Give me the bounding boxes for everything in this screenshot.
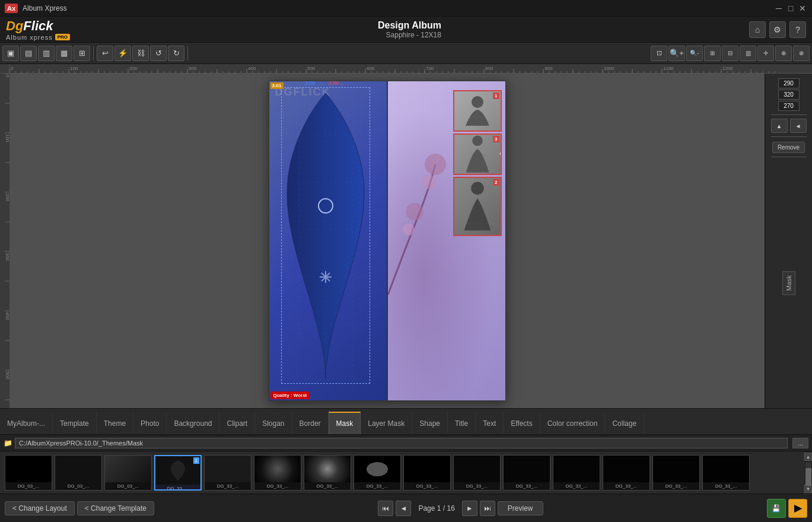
tab-mask[interactable]: Mask xyxy=(329,412,361,434)
mask-item-8[interactable]: DG_33_... xyxy=(403,455,451,491)
tab-photo[interactable]: Photo xyxy=(133,412,167,434)
mask-item-13[interactable]: DG_33_... xyxy=(652,455,700,491)
tab-border[interactable]: Border xyxy=(292,412,329,434)
grid-toggle[interactable]: ⊟ xyxy=(722,46,738,61)
next-page-button[interactable]: ► xyxy=(462,501,477,516)
close-button[interactable]: ✕ xyxy=(798,4,807,13)
fit-button[interactable]: ⊡ xyxy=(651,46,667,61)
help-button[interactable]: ? xyxy=(789,21,806,38)
tab-clipart[interactable]: Clipart xyxy=(219,412,255,434)
header-actions: ⌂ ⚙ ? xyxy=(749,21,806,38)
scroll-down-button[interactable]: ▼ xyxy=(804,485,813,493)
scroll-thumb[interactable] xyxy=(805,468,811,486)
preview-button[interactable]: Preview xyxy=(498,501,543,515)
photo-tool[interactable]: ▥ xyxy=(38,46,55,61)
change-layout-button[interactable]: < Change Layout xyxy=(5,501,75,515)
action-arrows: ▲ ◄ xyxy=(771,119,807,133)
move-tool[interactable]: ✛ xyxy=(757,46,774,61)
tab-collage[interactable]: Collage xyxy=(605,412,644,434)
mask-vertical-label[interactable]: Mask xyxy=(782,271,795,295)
maximize-button[interactable]: □ xyxy=(786,4,795,13)
toolbar-separator-1 xyxy=(93,46,94,61)
mask-item-10[interactable]: DG_33_... xyxy=(503,455,550,491)
tab-effects[interactable]: Effects xyxy=(504,412,540,434)
sidebar-separator-3 xyxy=(771,157,807,157)
rotation-value-1: 290 xyxy=(778,78,800,88)
select-tool[interactable]: ▣ xyxy=(2,46,19,61)
mask-item-11[interactable]: DG_33_... xyxy=(553,455,600,491)
undo-action[interactable]: ↺ xyxy=(150,46,167,61)
mask-thumb-9 xyxy=(454,456,500,482)
mask-item-6[interactable]: DG_33_... xyxy=(304,455,351,491)
tab-colorcorrection[interactable]: Color correction xyxy=(540,412,606,434)
canvas-viewport[interactable]: DGFLICK xyxy=(9,74,765,408)
next-button[interactable]: ▶ xyxy=(788,499,807,518)
first-page-button[interactable]: ⏮ xyxy=(378,501,393,516)
undo-button[interactable]: ↩ xyxy=(97,46,113,61)
mask-label-13: DG_33_... xyxy=(653,482,699,490)
page-controls: ⏮ ◄ Page 1 / 16 ► ⏭ Preview xyxy=(378,501,543,516)
page-number-badge: 3:01 xyxy=(270,82,284,89)
extra-tool[interactable]: ⊕ xyxy=(793,46,810,61)
home-button[interactable]: ⌂ xyxy=(749,21,766,38)
mask-thumb-0 xyxy=(5,456,52,482)
view-toggle[interactable]: ▥ xyxy=(740,46,756,61)
link-button[interactable]: ⛓ xyxy=(132,46,149,61)
tab-theme[interactable]: Theme xyxy=(97,412,133,434)
mask-item-0[interactable]: DG_03_... xyxy=(5,455,52,491)
redo-action[interactable]: ↻ xyxy=(168,46,184,61)
h-ruler-canvas xyxy=(9,64,781,73)
mask-item-4[interactable]: DG_33_... xyxy=(204,455,251,491)
nav-left-buttons: < Change Layout < Change Template xyxy=(5,501,154,515)
mask-thumb-6 xyxy=(304,456,351,482)
mask-item-14[interactable]: DG_33_... xyxy=(702,455,750,491)
tab-myalbum[interactable]: MyAlbum-... xyxy=(0,412,53,434)
grid-tool[interactable]: ⊞ xyxy=(74,46,90,61)
tab-shape[interactable]: Shape xyxy=(412,412,448,434)
mask-item-7[interactable]: DG_33_... xyxy=(354,455,401,491)
last-page-button[interactable]: ⏭ xyxy=(480,501,495,516)
prev-page-button[interactable]: ◄ xyxy=(396,501,411,516)
mask-thumb-10 xyxy=(504,456,550,482)
mask-path-input[interactable]: C:/AlbumXpressPROi-10.0/_Themes/Mask xyxy=(15,438,788,448)
mask-item-2[interactable]: DG_03_... xyxy=(104,455,152,491)
layout-tool[interactable]: ▦ xyxy=(56,46,72,61)
design-info: Design Album Sapphire - 12X18 xyxy=(378,20,441,39)
tab-text[interactable]: Text xyxy=(476,412,504,434)
mask-item-9[interactable]: DG_33_... xyxy=(453,455,501,491)
crop-tool[interactable]: ▤ xyxy=(20,46,37,61)
view-fit[interactable]: ⊞ xyxy=(704,46,721,61)
change-template-button[interactable]: < Change Template xyxy=(77,501,154,515)
zoom-out-button[interactable]: 🔍- xyxy=(686,46,703,61)
mask-item-12[interactable]: DG_33_... xyxy=(603,455,650,491)
move-up-button[interactable]: ▲ xyxy=(771,119,788,133)
zoom-in-button[interactable]: 🔍+ xyxy=(668,46,685,61)
mask-browse-button[interactable]: ... xyxy=(792,438,808,448)
move-left-button[interactable]: ◄ xyxy=(790,119,807,133)
mask-item-1[interactable]: DG_03_... xyxy=(55,455,102,491)
tab-title[interactable]: Title xyxy=(448,412,476,434)
scroll-track[interactable] xyxy=(805,462,811,483)
content-wrapper: DGFLICK xyxy=(0,64,812,522)
settings-button[interactable]: ⚙ xyxy=(769,21,786,38)
mask-panel: 📁 C:/AlbumXpressPROi-10.0/_Themes/Mask .… xyxy=(0,434,812,494)
minimize-button[interactable]: ─ xyxy=(774,4,784,13)
tab-layermask[interactable]: Layer Mask xyxy=(361,412,412,434)
mask-item-5[interactable]: DG_33_... xyxy=(254,455,301,491)
remove-button[interactable]: Remove xyxy=(772,142,805,153)
ruler-indicator-2: 3:99... xyxy=(329,81,343,86)
vertical-ruler xyxy=(0,74,9,408)
tab-background[interactable]: Background xyxy=(167,412,219,434)
mask-item-3[interactable]: 1 DG_33_... xyxy=(154,455,202,491)
save-button[interactable]: 💾 xyxy=(767,499,786,518)
canvas-body: DGFLICK xyxy=(0,74,812,408)
logo-flick: Flick xyxy=(23,18,53,34)
bottom-navigation: < Change Layout < Change Template ⏮ ◄ Pa… xyxy=(0,494,812,522)
mask-label-6: DG_33_... xyxy=(304,482,351,490)
tab-template[interactable]: Template xyxy=(53,412,97,434)
mask-content-row: DG_03_... DG_03_... DG_03_... xyxy=(0,451,812,494)
scroll-up-button[interactable]: ▲ xyxy=(804,453,813,461)
transform-tool[interactable]: ⊕ xyxy=(775,46,792,61)
auto-enhance-button[interactable]: ⚡ xyxy=(114,46,131,61)
tab-slogan[interactable]: Slogan xyxy=(255,412,292,434)
